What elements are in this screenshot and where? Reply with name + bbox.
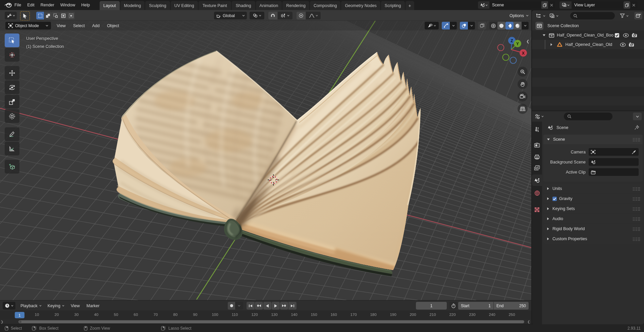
svg-text:Z: Z (511, 39, 513, 43)
svg-text:X: X (522, 51, 525, 56)
svg-text:Y: Y (516, 42, 519, 46)
